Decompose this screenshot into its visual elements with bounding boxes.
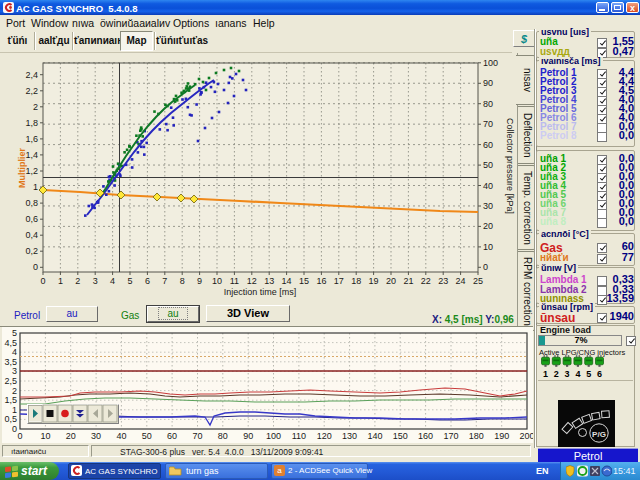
svg-text:6: 6 (597, 369, 602, 379)
svg-text:2: 2 (554, 369, 559, 379)
svg-text:P/G: P/G (592, 430, 606, 439)
svg-text:3: 3 (565, 369, 570, 379)
svg-text:4: 4 (575, 369, 580, 379)
svg-text:5: 5 (586, 369, 591, 379)
svg-text:1: 1 (543, 369, 548, 379)
